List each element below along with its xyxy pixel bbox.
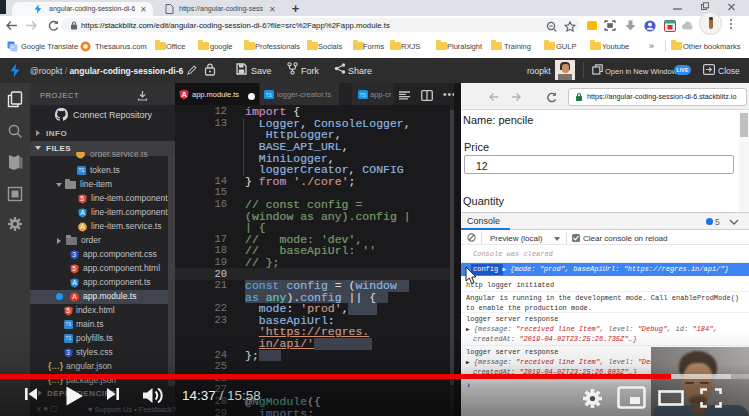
svg-text:A: A	[72, 279, 77, 286]
svg-text:A: A	[80, 223, 85, 230]
svg-text:A: A	[80, 209, 85, 216]
svg-text:3: 3	[72, 251, 76, 258]
svg-text:5: 5	[80, 195, 84, 202]
svg-text:5: 5	[72, 265, 76, 272]
svg-text:5: 5	[66, 307, 70, 314]
svg-text:A: A	[72, 293, 77, 300]
